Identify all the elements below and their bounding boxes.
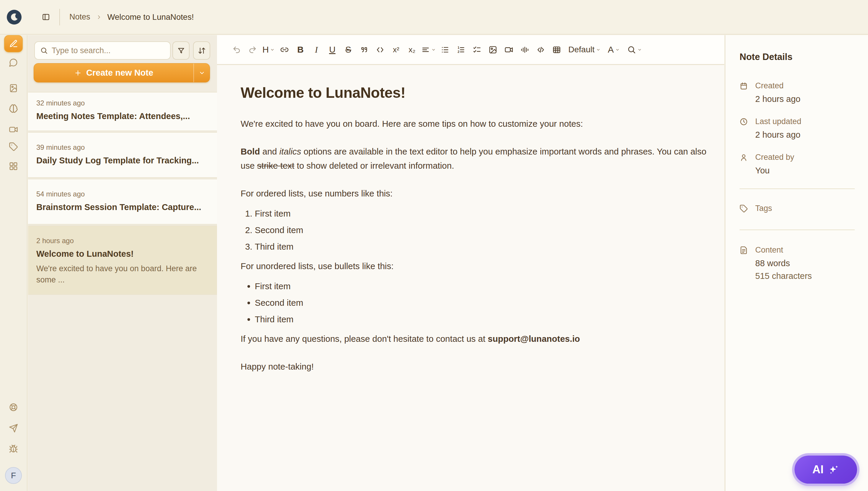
note-list-item[interactable]: 32 minutes ago Meeting Notes Template: A… (28, 92, 217, 131)
insert-video-button[interactable] (502, 41, 516, 58)
note-list-item[interactable]: 54 minutes ago Brainstorm Session Templa… (28, 179, 217, 225)
user-icon (740, 153, 748, 162)
superscript-button[interactable]: x² (390, 41, 403, 58)
bold-button[interactable]: B (294, 41, 307, 58)
checklist-button[interactable] (470, 41, 484, 58)
sort-arrows-icon (198, 47, 206, 55)
inline-code-button[interactable] (373, 41, 387, 58)
paragraph: For ordered lists, use numbers like this… (241, 186, 707, 201)
feedback-button[interactable] (9, 424, 18, 433)
sidebar-item-chat[interactable] (9, 58, 18, 67)
table-icon (552, 46, 561, 54)
clock-icon (740, 118, 748, 126)
tags-row[interactable]: Tags (740, 204, 855, 213)
note-timestamp: 2 hours ago (36, 237, 208, 245)
create-note-options-button[interactable] (194, 63, 210, 82)
note-timestamp: 39 minutes ago (36, 143, 208, 151)
brain-icon (9, 104, 18, 113)
video-icon (504, 46, 513, 54)
sidebar-item-notes[interactable] (4, 35, 23, 52)
ordered-list-icon: 12 (457, 46, 465, 54)
file-image-icon (9, 84, 18, 93)
link-button[interactable] (278, 41, 291, 58)
code-block-button[interactable] (534, 41, 547, 58)
bullet-list-button[interactable] (438, 41, 452, 58)
filter-button[interactable] (173, 41, 190, 60)
sidebar-item-video[interactable] (9, 125, 18, 134)
sort-button[interactable] (193, 41, 210, 60)
chevron-down-icon (596, 48, 600, 52)
tag-icon (9, 142, 18, 151)
redo-button[interactable] (246, 41, 259, 58)
list-item: Second item (255, 294, 707, 311)
lunanotes-moon-logo (7, 10, 22, 25)
note-list-item[interactable]: 39 minutes ago Daily Study Log Template … (28, 132, 217, 178)
tags-label: Tags (755, 204, 772, 213)
character-count: 515 characters (755, 271, 812, 281)
sidebar-item-tags[interactable] (9, 142, 18, 151)
top-header: Notes Welcome to LunaNotes! (0, 0, 868, 34)
underline-button[interactable]: U (326, 41, 339, 58)
redo-icon (248, 46, 257, 54)
breadcrumb-notes[interactable]: Notes (69, 12, 90, 22)
ordered-list: First item Second item Third item (241, 205, 707, 255)
create-note-label: Create new Note (86, 68, 153, 78)
chevron-down-icon (270, 48, 275, 52)
chevron-down-icon (638, 48, 642, 52)
heading-dropdown[interactable]: H (262, 41, 275, 58)
insert-image-button[interactable] (486, 41, 500, 58)
sidebar-item-apps[interactable] (9, 162, 18, 171)
pencil-icon (9, 39, 18, 48)
paragraph: Happy note-taking! (241, 359, 707, 374)
note-list-item-selected[interactable]: 2 hours ago Welcome to LunaNotes! We're … (28, 225, 217, 295)
report-bug-button[interactable] (9, 444, 18, 454)
ai-assistant-button[interactable]: AI (795, 456, 857, 484)
insert-audio-button[interactable] (518, 41, 531, 58)
text-color-dropdown[interactable]: A (606, 41, 622, 58)
search-box[interactable] (34, 41, 170, 60)
sidebar-item-media[interactable] (9, 84, 18, 93)
align-dropdown[interactable] (421, 41, 436, 58)
code-block-icon (536, 46, 545, 54)
strikethrough-button[interactable]: S (342, 41, 355, 58)
help-button[interactable] (9, 403, 18, 412)
ordered-list-button[interactable]: 12 (454, 41, 468, 58)
sidebar-item-ai-brain[interactable] (9, 104, 18, 113)
created-by-label: Created by (755, 153, 794, 162)
list-item: First item (255, 205, 707, 222)
search-input[interactable] (52, 46, 165, 55)
created-label: Created (755, 81, 800, 90)
paragraph: Bold and italics options are available i… (241, 144, 707, 173)
paragraph: If you have any questions, please don't … (241, 332, 707, 346)
search-icon (40, 47, 48, 54)
editor-search-dropdown[interactable] (625, 41, 644, 58)
text-style-dropdown[interactable]: Default (566, 41, 603, 58)
created-row: Created 2 hours ago (740, 81, 855, 104)
icon-rail: F (0, 35, 27, 491)
note-preview: We're excited to have you on board. Here… (36, 263, 208, 285)
note-details-panel: Note Details Created 2 hours ago Last up… (725, 35, 868, 491)
undo-icon (232, 46, 241, 54)
undo-button[interactable] (230, 41, 243, 58)
note-timestamp: 54 minutes ago (36, 190, 208, 198)
notes-sidebar: Create new Note 32 minutes ago Meeting N… (28, 35, 217, 491)
bug-icon (9, 444, 18, 454)
plus-icon (74, 69, 82, 77)
chat-bubble-icon (9, 58, 18, 67)
unordered-list: First item Second item Third item (241, 278, 707, 328)
user-avatar[interactable]: F (5, 467, 22, 484)
note-editor-content[interactable]: Welcome to LunaNotes! We're excited to h… (217, 65, 724, 491)
sparkles-icon (828, 464, 839, 475)
filter-funnel-icon (177, 47, 185, 55)
blockquote-button[interactable] (358, 41, 371, 58)
subscript-button[interactable]: x₂ (405, 41, 418, 58)
sidebar-toggle-button[interactable] (40, 11, 52, 23)
italic-button[interactable]: I (310, 41, 323, 58)
panel-title: Note Details (740, 52, 855, 62)
text-style-label: Default (568, 45, 595, 54)
insert-table-button[interactable] (550, 41, 563, 58)
header-divider (59, 9, 60, 25)
create-note-button[interactable]: Create new Note (34, 63, 193, 82)
editor-toolbar: H B I U S x² x₂ 12 Default A (217, 35, 724, 65)
support-email: support@lunanotes.io (488, 334, 580, 344)
